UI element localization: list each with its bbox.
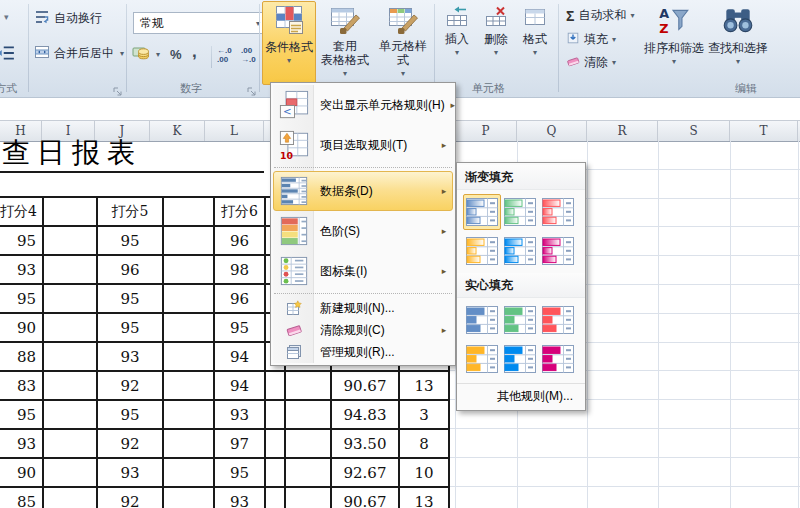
table-cell[interactable]: [43, 429, 97, 458]
cell-styles-button[interactable]: 单元格样式 ▾: [374, 1, 432, 85]
table-cell[interactable]: 88: [0, 342, 43, 371]
menu-item-new-rule[interactable]: 新建规则(N)...: [273, 297, 453, 319]
table-cell[interactable]: 13: [399, 371, 449, 400]
table-cell[interactable]: 95: [97, 313, 163, 342]
table-cell[interactable]: 打分5: [97, 197, 163, 226]
table-cell[interactable]: [163, 284, 214, 313]
table-cell[interactable]: 92: [97, 487, 163, 508]
find-select-button[interactable]: 查找和选择 ▾: [706, 1, 770, 85]
table-cell[interactable]: [163, 313, 214, 342]
databar-style-solid-3[interactable]: [539, 302, 577, 338]
insert-cells-button[interactable]: 插入 ▾: [438, 2, 476, 82]
table-cell[interactable]: [285, 371, 331, 400]
table-cell[interactable]: 96: [97, 255, 163, 284]
column-header-T[interactable]: T: [730, 121, 798, 141]
decrease-decimal-button[interactable]: .00→.0: [241, 46, 256, 64]
table-cell[interactable]: 95: [97, 400, 163, 429]
table-cell[interactable]: 93: [214, 487, 265, 508]
table-cell[interactable]: [265, 429, 285, 458]
dialog-launcher-icon[interactable]: [246, 83, 257, 94]
databar-style-solid-2[interactable]: [501, 302, 539, 338]
menu-item-icon-sets[interactable]: 图标集(I)▸: [273, 251, 453, 291]
table-cell[interactable]: 13: [399, 487, 449, 508]
table-cell[interactable]: 90: [0, 313, 43, 342]
column-header-Q[interactable]: Q: [517, 121, 587, 141]
dialog-launcher-icon[interactable]: [112, 83, 123, 94]
table-cell[interactable]: [285, 429, 331, 458]
table-cell[interactable]: [43, 313, 97, 342]
menu-item-highlight-cells-rules[interactable]: <突出显示单元格规则(H)▸: [273, 85, 453, 125]
table-cell[interactable]: 92: [97, 429, 163, 458]
databar-style-gradient-3[interactable]: [539, 194, 577, 230]
table-cell[interactable]: 93: [0, 429, 43, 458]
table-cell[interactable]: 90.67: [331, 487, 399, 508]
number-format-select[interactable]: 常规 ▾: [133, 12, 267, 34]
table-cell[interactable]: 97: [214, 429, 265, 458]
table-cell[interactable]: [43, 197, 97, 226]
table-cell[interactable]: 83: [0, 371, 43, 400]
table-cell[interactable]: 95: [97, 226, 163, 255]
table-cell[interactable]: [163, 400, 214, 429]
table-cell[interactable]: 92.67: [331, 458, 399, 487]
table-cell[interactable]: 95: [0, 226, 43, 255]
table-cell[interactable]: [285, 458, 331, 487]
indent-icon[interactable]: [0, 44, 15, 66]
column-header-L[interactable]: L: [205, 121, 264, 141]
table-cell[interactable]: 10: [399, 458, 449, 487]
databar-style-gradient-6[interactable]: [539, 233, 577, 269]
format-as-table-button[interactable]: 套用 表格格式 ▾: [318, 1, 372, 85]
table-cell[interactable]: [285, 400, 331, 429]
table-cell[interactable]: [265, 400, 285, 429]
table-cell[interactable]: 90.67: [331, 371, 399, 400]
table-cell[interactable]: [265, 371, 285, 400]
table-cell[interactable]: 95: [97, 284, 163, 313]
databar-style-solid-5[interactable]: [501, 341, 539, 377]
comma-style-button[interactable]: ,: [192, 42, 197, 62]
table-cell[interactable]: 95: [0, 284, 43, 313]
table-cell[interactable]: [43, 371, 97, 400]
menu-item-manage-rules[interactable]: 管理规则(R)...: [273, 341, 453, 363]
conditional-formatting-button[interactable]: 条件格式 ▾: [262, 1, 316, 85]
table-cell[interactable]: [163, 458, 214, 487]
table-cell[interactable]: 94.83: [331, 400, 399, 429]
table-cell[interactable]: [163, 371, 214, 400]
table-cell[interactable]: [43, 226, 97, 255]
table-cell[interactable]: 93: [97, 458, 163, 487]
table-cell[interactable]: 93: [214, 400, 265, 429]
menu-item-data-bars[interactable]: 数据条(D)▸: [273, 171, 453, 211]
table-cell[interactable]: 93.50: [331, 429, 399, 458]
wrap-text-button[interactable]: 自动换行: [34, 9, 102, 28]
databar-style-solid-1[interactable]: [463, 302, 501, 338]
column-header-P[interactable]: P: [455, 121, 517, 141]
databar-style-gradient-5[interactable]: [501, 233, 539, 269]
databar-style-gradient-1[interactable]: [463, 194, 501, 230]
menu-item-top-bottom-rules[interactable]: 10项目选取规则(T)▸: [273, 125, 453, 165]
fill-button[interactable]: 填充 ▾: [566, 31, 616, 48]
table-cell[interactable]: 92: [97, 371, 163, 400]
accounting-format-button[interactable]: ▾: [132, 45, 160, 64]
table-cell[interactable]: [43, 342, 97, 371]
delete-cells-button[interactable]: 删除 ▾: [477, 2, 515, 82]
table-cell[interactable]: 98: [214, 255, 265, 284]
menu-item-color-scales[interactable]: 色阶(S)▸: [273, 211, 453, 251]
table-cell[interactable]: 95: [0, 400, 43, 429]
format-cells-button[interactable]: 格式 ▾: [516, 2, 554, 82]
sort-filter-button[interactable]: AZ 排序和筛选 ▾: [644, 1, 704, 85]
column-header-S[interactable]: S: [658, 121, 730, 141]
percent-style-button[interactable]: %: [170, 47, 182, 62]
databar-style-gradient-2[interactable]: [501, 194, 539, 230]
table-cell[interactable]: [163, 255, 214, 284]
table-cell[interactable]: 96: [214, 226, 265, 255]
table-cell[interactable]: 93: [97, 342, 163, 371]
table-cell[interactable]: [43, 284, 97, 313]
increase-decimal-button[interactable]: ←.0.00: [217, 46, 232, 64]
table-cell[interactable]: 94: [214, 371, 265, 400]
table-cell[interactable]: [43, 487, 97, 508]
chevron-down-icon[interactable]: ▾: [4, 12, 9, 22]
table-cell[interactable]: [265, 458, 285, 487]
table-cell[interactable]: [163, 487, 214, 508]
table-cell[interactable]: [163, 197, 214, 226]
menu-item-clear-rules[interactable]: 清除规则(C)▸: [273, 319, 453, 341]
table-cell[interactable]: 96: [214, 284, 265, 313]
table-cell[interactable]: 打分6: [214, 197, 265, 226]
